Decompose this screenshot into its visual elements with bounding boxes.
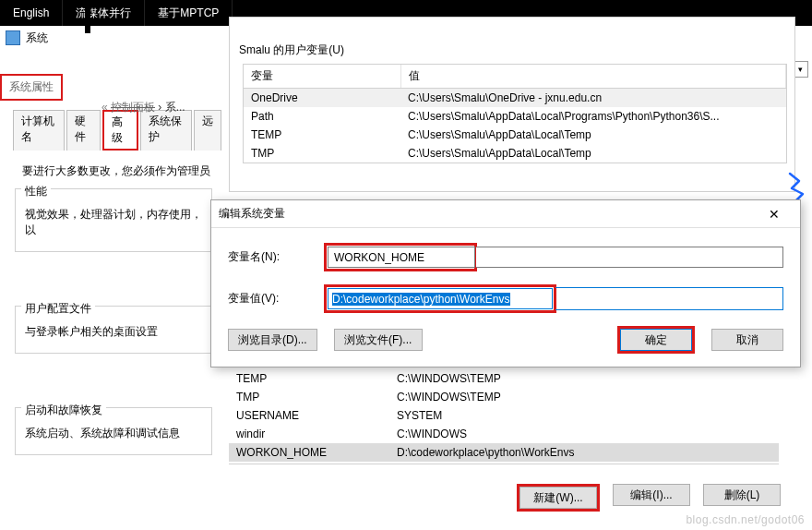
var-value-input[interactable]: D:\codeworkplace\python\WorkEnvs — [328, 288, 553, 309]
group-desc: 视觉效果，处理器计划，内存使用，以 — [25, 207, 202, 238]
dialog-title: 编辑系统变量 — [219, 206, 285, 222]
selected-value-text: D:\codeworkplace\python\WorkEnvs — [332, 293, 510, 306]
group-desc: 系统启动、系统故障和调试信息 — [25, 426, 202, 441]
tab-label: 基于MPTCP — [158, 6, 219, 21]
explorer-titlebar: 系统 — [0, 26, 221, 50]
table-row[interactable]: windirC:\WINDOWS — [229, 425, 779, 443]
var-value-label: 变量值(V): — [228, 291, 324, 307]
dialog-title: 系统属性 — [0, 74, 63, 101]
table-row[interactable]: TMPC:\WINDOWS\TEMP — [229, 388, 779, 406]
browser-tab[interactable]: 流媒体并行 — [63, 0, 145, 26]
computer-icon — [6, 30, 20, 45]
col-value[interactable]: 值 — [400, 65, 786, 89]
startup-recovery-group: 启动和故障恢复 系统启动、系统故障和调试信息 — [15, 407, 212, 455]
var-value-input-ext[interactable] — [555, 287, 783, 310]
user-variables-table[interactable]: 变量 值 OneDriveC:\Users\Smalu\OneDrive - j… — [243, 64, 787, 163]
table-row[interactable]: TEMPC:\WINDOWS\TEMP — [229, 369, 779, 388]
group-legend: 启动和故障恢复 — [21, 403, 106, 418]
tab-computer-name[interactable]: 计算机名 — [13, 110, 65, 151]
browser-tab[interactable]: English — [0, 0, 63, 26]
cancel-button[interactable]: 取消 — [711, 329, 783, 351]
tab-label: English — [13, 6, 49, 19]
edit-env-var-dialog: 编辑系统变量 ✕ 变量名(N): 变量值(V): D:\codeworkplac… — [210, 199, 801, 367]
system-properties-panel: « 控制面板 › 系... 系统属性 计算机名 硬件 高级 系统保护 远 要进行… — [0, 50, 221, 455]
table-row[interactable]: USERNAMESYSTEM — [229, 406, 779, 425]
close-icon: ✕ — [769, 207, 780, 222]
table-row[interactable]: WORKON_HOMED:\codeworkplace\python\WorkE… — [229, 443, 779, 462]
col-variable[interactable]: 变量 — [244, 65, 400, 89]
browser-tab[interactable]: 基于MPTCP — [145, 0, 233, 26]
system-variables-table[interactable]: TEMPC:\WINDOWS\TEMP TMPC:\WINDOWS\TEMP U… — [229, 369, 779, 464]
user-profiles-group: 用户配置文件 与登录帐户相关的桌面设置 — [15, 306, 212, 354]
user-variables-panel: Smalu 的用户变量(U) 变量 值 OneDriveC:\Users\Sma… — [229, 17, 795, 192]
admin-note: 要进行大多数更改，您必须作为管理员 — [22, 163, 221, 179]
watermark: blog.csdn.net/godot06 — [686, 513, 805, 526]
table-row[interactable]: PathC:\Users\Smalu\AppData\Local\Program… — [244, 107, 786, 126]
performance-group: 性能 视觉效果，处理器计划，内存使用，以 — [15, 188, 212, 252]
browse-dir-button[interactable]: 浏览目录(D)... — [228, 329, 317, 351]
browse-file-button[interactable]: 浏览文件(F)... — [334, 329, 423, 351]
var-name-input[interactable] — [328, 247, 475, 268]
var-name-input-ext[interactable] — [476, 247, 783, 268]
breadcrumb-item[interactable]: 系... — [165, 101, 185, 114]
ok-button[interactable]: 确定 — [620, 329, 692, 351]
dialog-titlebar: 编辑系统变量 ✕ — [211, 200, 800, 228]
user-variables-caption: Smalu 的用户变量(U) — [239, 42, 344, 58]
system-variables-buttons: 新建(W)... 编辑(I)... 删除(L) — [517, 484, 781, 512]
breadcrumb[interactable]: « 控制面板 › 系... — [102, 100, 221, 116]
breadcrumb-item[interactable]: 控制面板 — [111, 101, 155, 114]
table-row[interactable]: TEMPC:\Users\Smalu\AppData\Local\Temp — [244, 126, 786, 144]
group-legend: 性能 — [21, 184, 51, 199]
table-row[interactable]: OneDriveC:\Users\Smalu\OneDrive - jxnu.e… — [244, 89, 786, 108]
window-title: 系统 — [26, 30, 48, 46]
group-legend: 用户配置文件 — [21, 301, 95, 317]
new-var-button[interactable]: 新建(W)... — [519, 487, 597, 509]
table-header-row: 变量 值 — [244, 65, 786, 89]
delete-var-button[interactable]: 删除(L) — [703, 484, 781, 506]
edit-var-button[interactable]: 编辑(I)... — [613, 484, 690, 506]
tab-hardware[interactable]: 硬件 — [66, 110, 101, 151]
table-row[interactable]: TMPC:\Users\Smalu\AppData\Local\Temp — [244, 144, 786, 163]
close-button[interactable]: ✕ — [756, 201, 793, 227]
var-name-label: 变量名(N): — [228, 249, 324, 265]
group-desc: 与登录帐户相关的桌面设置 — [25, 324, 202, 340]
